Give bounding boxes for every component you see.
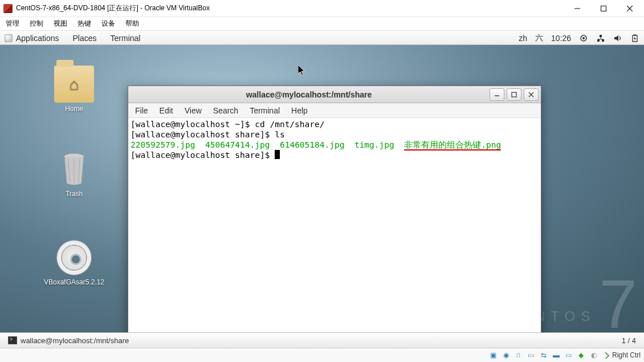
cmd-2: ls bbox=[275, 130, 284, 139]
prompt-2: [wallace@mylocalhost share]$ bbox=[131, 130, 275, 139]
desktop-icon-cd[interactable]: VBoxafGAsar5.2.12 bbox=[43, 239, 105, 286]
activities-icon[interactable] bbox=[5, 34, 13, 42]
vb-menu-hotkey[interactable]: 热键 bbox=[78, 19, 91, 29]
vb-audio-icon[interactable]: ▭ bbox=[564, 350, 574, 360]
terminal-menu-edit[interactable]: Edit bbox=[160, 106, 173, 115]
svg-marker-16 bbox=[634, 36, 636, 41]
vb-menu-manage[interactable]: 管理 bbox=[6, 19, 19, 29]
terminal-output[interactable]: [wallace@mylocalhost ~]$ cd /mnt/share/ … bbox=[128, 118, 541, 332]
desktop-icon-trash[interactable]: Trash bbox=[43, 151, 105, 198]
minimize-button[interactable] bbox=[564, 0, 590, 17]
vb-display-icon[interactable]: ▬ bbox=[551, 350, 561, 360]
terminal-menu-search[interactable]: Search bbox=[213, 106, 238, 115]
vb-hdd-icon[interactable]: ▣ bbox=[488, 350, 499, 360]
taskbar-entry-terminal[interactable]: wallace@mylocalhost:/mnt/share bbox=[3, 335, 133, 346]
virtualbox-icon bbox=[3, 4, 13, 13]
home-label: Home bbox=[43, 105, 105, 113]
desktop-icon-home[interactable]: ⌂ Home bbox=[43, 66, 105, 113]
ls-file-4: timg.jpg bbox=[354, 140, 394, 149]
vb-network-icon[interactable]: ⇆ bbox=[539, 350, 549, 360]
network-icon[interactable] bbox=[596, 34, 605, 43]
record-icon[interactable] bbox=[579, 34, 588, 43]
terminal-minimize-button[interactable] bbox=[490, 88, 504, 101]
guest-display: Applications Places Terminal zh 六 10:26 … bbox=[0, 31, 644, 348]
desktop[interactable]: NTOS7 ⌂ Home Trash VBoxafGAsar5.2.12 wal… bbox=[0, 45, 644, 332]
volume-icon[interactable] bbox=[613, 34, 622, 43]
vb-menu-view[interactable]: 视图 bbox=[54, 19, 67, 29]
panel-lang[interactable]: zh bbox=[519, 34, 527, 43]
vb-menu-help[interactable]: 帮助 bbox=[125, 19, 139, 29]
panel-terminal[interactable]: Terminal bbox=[111, 34, 141, 43]
terminal-titlebar[interactable]: wallace@mylocalhost:/mnt/share bbox=[128, 86, 541, 103]
prompt-1: [wallace@mylocalhost ~]$ bbox=[131, 120, 255, 129]
centos-watermark: NTOS7 bbox=[535, 280, 637, 328]
terminal-icon bbox=[8, 336, 17, 344]
vb-recording-icon[interactable]: ◆ bbox=[576, 350, 586, 360]
vb-hostkey-label: Right Ctrl bbox=[612, 351, 641, 359]
terminal-window: wallace@mylocalhost:/mnt/share File Edit… bbox=[128, 86, 541, 332]
terminal-cursor bbox=[275, 150, 280, 159]
ls-file-1: 220592579.jpg bbox=[131, 140, 195, 149]
svg-point-5 bbox=[582, 37, 585, 39]
svg-rect-6 bbox=[600, 35, 602, 37]
svg-rect-15 bbox=[634, 34, 636, 35]
gnome-top-panel: Applications Places Terminal zh 六 10:26 bbox=[0, 31, 644, 45]
ls-file-5: 非常有用的组合热键.png bbox=[404, 140, 501, 151]
virtualbox-menubar: 管理 控制 视图 热键 设备 帮助 bbox=[0, 17, 644, 31]
terminal-menu-view[interactable]: View bbox=[185, 106, 202, 115]
window-title: CentOS-7-x86_64-DVD-1804 [正在运行] - Oracle… bbox=[16, 3, 210, 13]
vb-menu-control[interactable]: 控制 bbox=[30, 19, 43, 29]
ls-file-2: 450647414.jpg bbox=[205, 140, 270, 149]
vb-mouse-integration-icon[interactable]: ◐ bbox=[589, 350, 599, 360]
trash-label: Trash bbox=[43, 190, 105, 198]
panel-time[interactable]: 10:26 bbox=[551, 34, 571, 43]
svg-rect-7 bbox=[597, 39, 600, 42]
vb-menu-devices[interactable]: 设备 bbox=[101, 19, 115, 29]
panel-applications[interactable]: Applications bbox=[16, 34, 59, 43]
panel-places[interactable]: Places bbox=[73, 34, 97, 43]
svg-marker-13 bbox=[614, 35, 618, 41]
terminal-maximize-button[interactable] bbox=[507, 88, 521, 101]
terminal-menu-terminal[interactable]: Terminal bbox=[250, 106, 280, 115]
terminal-menubar: File Edit View Search Terminal Help bbox=[128, 103, 541, 118]
close-button[interactable] bbox=[617, 0, 643, 17]
cd-label: VBoxafGAsar5.2.12 bbox=[43, 278, 105, 286]
vb-hostkey-indicator[interactable]: Right Ctrl bbox=[601, 351, 641, 359]
maximize-button[interactable] bbox=[590, 0, 617, 17]
vb-usb-icon[interactable]: ⎍ bbox=[513, 350, 524, 360]
svg-rect-8 bbox=[602, 39, 604, 42]
svg-rect-1 bbox=[601, 6, 606, 11]
terminal-menu-file[interactable]: File bbox=[135, 106, 148, 115]
terminal-close-button[interactable] bbox=[524, 88, 539, 101]
svg-rect-22 bbox=[512, 92, 516, 97]
gnome-bottom-panel: wallace@mylocalhost:/mnt/share 1 / 4 bbox=[0, 332, 644, 348]
workspace-indicator[interactable]: 1 / 4 bbox=[617, 336, 641, 345]
terminal-title: wallace@mylocalhost:/mnt/share bbox=[128, 90, 490, 99]
cmd-1: cd /mnt/share/ bbox=[255, 120, 324, 129]
ls-file-3: 614605184.jpg bbox=[280, 140, 345, 149]
panel-day: 六 bbox=[535, 33, 543, 43]
taskbar-entry-label: wallace@mylocalhost:/mnt/share bbox=[21, 336, 129, 345]
vb-optical-icon[interactable]: ◉ bbox=[501, 350, 511, 360]
prompt-3: [wallace@mylocalhost share]$ bbox=[131, 151, 275, 160]
virtualbox-statusbar: ▣ ◉ ⎍ ▭ ⇆ ▬ ▭ ◆ ◐ Right Ctrl bbox=[0, 348, 644, 362]
terminal-menu-help[interactable]: Help bbox=[291, 106, 308, 115]
virtualbox-titlebar: CentOS-7-x86_64-DVD-1804 [正在运行] - Oracle… bbox=[0, 0, 644, 17]
battery-icon[interactable] bbox=[630, 34, 639, 43]
vb-shared-folder-icon[interactable]: ▭ bbox=[526, 350, 536, 360]
